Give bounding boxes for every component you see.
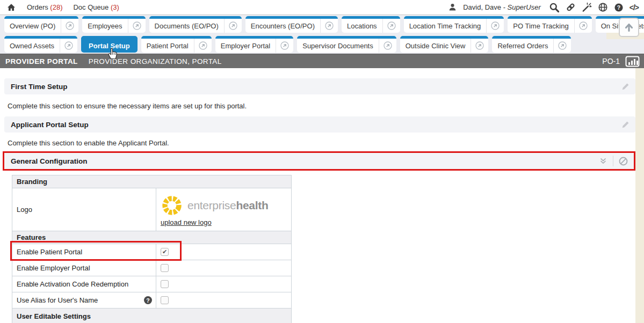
tab-label: Locations: [342, 19, 382, 33]
context-bar-titles: PROVIDER PORTAL PROVIDER ORGANIZATION, P…: [0, 57, 222, 65]
icon-divider: [613, 156, 613, 166]
external-link-icon[interactable]: [128, 19, 146, 33]
disable-icon[interactable]: [618, 156, 628, 166]
section-general-configuration[interactable]: General Configuration: [4, 153, 634, 169]
tab-label: Owned Assets: [4, 39, 60, 53]
record-id: PO-1: [602, 57, 620, 65]
external-link-icon[interactable]: [60, 39, 77, 53]
context-bar-right: PO-1: [602, 56, 644, 67]
use-alias-checkbox[interactable]: [161, 296, 169, 304]
search-icon[interactable]: [549, 2, 560, 13]
section-icons: [598, 156, 628, 166]
external-link-icon[interactable]: [471, 39, 488, 53]
record-title: PROVIDER ORGANIZATION, PORTAL: [89, 57, 222, 65]
external-link-icon[interactable]: [320, 19, 338, 33]
globe-icon[interactable]: [598, 2, 608, 12]
tab-outside-clinic-view[interactable]: Outside Clinic View: [400, 36, 489, 53]
section-first-time-setup[interactable]: First Time Setup: [4, 78, 635, 94]
pencil-icon[interactable]: [621, 82, 630, 91]
chevron-double-down-icon[interactable]: [598, 156, 608, 166]
current-user[interactable]: David, Dave - SuperUser: [463, 3, 541, 11]
company-logo: enterprisehealth: [161, 194, 268, 217]
svg-text:?: ?: [617, 4, 620, 10]
wand-icon[interactable]: [582, 2, 592, 12]
nav-orders-count: (28): [50, 3, 62, 11]
section-applicant-portal-setup[interactable]: Applicant Portal Setup: [4, 116, 635, 133]
feature-label: Enable Patient Portal: [17, 248, 82, 256]
scroll-up-button[interactable]: [619, 18, 639, 37]
external-link-icon[interactable]: [379, 39, 396, 53]
tab-po-time-tracking[interactable]: PO Time Tracking: [508, 16, 591, 33]
logo-word-bold: health: [236, 199, 268, 211]
configuration-table: Branding Logo enterprisehealth upload ne…: [12, 175, 292, 323]
top-bar-right: David, Dave - SuperUser ? </>: [448, 2, 644, 13]
tab-label: PO Time Tracking: [508, 19, 574, 33]
tab-employer-portal[interactable]: Employer Portal: [215, 36, 293, 53]
tab-referred-orders[interactable]: Referred Orders: [492, 36, 571, 53]
tab-documents-eo-po[interactable]: Documents (EO/PO): [149, 16, 242, 33]
tab-label: Patient Portal: [141, 39, 194, 53]
help-icon[interactable]: ?: [614, 3, 624, 12]
feature-label: Use Alias for User's Name: [17, 296, 98, 304]
section-description: Complete this section to ensure the nece…: [8, 102, 635, 110]
enable-activation-code-redemption-checkbox[interactable]: [161, 280, 169, 288]
tab-encounters-eo-po[interactable]: Encounters (EO/PO): [245, 16, 338, 33]
external-link-icon[interactable]: [553, 39, 571, 53]
tab-portal-setup[interactable]: Portal Setup: [81, 36, 138, 53]
features-header: Features: [12, 231, 291, 244]
link-icon[interactable]: [566, 2, 576, 12]
tab-locations[interactable]: Locations: [342, 16, 400, 33]
tab-label: Documents (EO/PO): [149, 19, 224, 33]
section-title: Applicant Portal Setup: [11, 121, 89, 129]
tab-row-1: Overview (PO)EmployeesDocuments (EO/PO)E…: [0, 15, 644, 33]
external-link-icon[interactable]: [194, 39, 212, 53]
feature-row-enable-patient-portal: Enable Patient Portal: [12, 244, 291, 260]
logo-ring-icon: [161, 194, 183, 217]
home-icon[interactable]: [6, 3, 16, 12]
enable-patient-portal-checkbox[interactable]: [161, 248, 169, 256]
logo-word-light: enterprise: [187, 199, 236, 211]
external-link-icon[interactable]: [276, 39, 293, 53]
feature-label: Enable Employer Portal: [17, 264, 90, 272]
tab-band: Overview (PO)EmployeesDocuments (EO/PO)E…: [0, 15, 644, 54]
tab-employees[interactable]: Employees: [82, 16, 145, 33]
tab-location-time-tracking[interactable]: Location Time Tracking: [404, 16, 504, 33]
tab-patient-portal[interactable]: Patient Portal: [141, 36, 212, 53]
right-margin-strip: [635, 68, 644, 323]
tab-label: Portal Setup: [81, 39, 138, 53]
nav-doc-queue[interactable]: Doc Queue (3): [73, 3, 119, 11]
pencil-icon[interactable]: [621, 120, 630, 129]
tab-label: Location Time Tracking: [404, 19, 487, 33]
tab-label: Employees: [82, 19, 127, 33]
nav-doc-queue-label: Doc Queue: [73, 3, 108, 11]
tab-row-2: Owned AssetsPortal SetupPatient PortalEm…: [0, 33, 644, 53]
external-link-icon[interactable]: [61, 19, 78, 33]
bar-chart-icon[interactable]: [625, 56, 640, 67]
field-help-icon[interactable]: [144, 296, 152, 304]
user-icon: [448, 3, 457, 12]
external-link-icon[interactable]: [574, 19, 592, 33]
tab-overview-po[interactable]: Overview (PO): [4, 16, 78, 33]
nav-orders-label: Orders: [27, 3, 48, 11]
main-content: First Time Setup Complete this section t…: [0, 68, 635, 323]
code-icon[interactable]: </>: [629, 3, 639, 12]
external-link-icon[interactable]: [382, 19, 400, 33]
section-title: General Configuration: [11, 157, 88, 165]
tab-supervisor-documents[interactable]: Supervisor Documents: [297, 36, 396, 53]
feature-row-enable-activation-code-redemption: Enable Activation Code Redemption: [12, 276, 291, 292]
logo-wordmark: enterprisehealth: [187, 199, 268, 212]
logo-cell: enterprisehealth upload new logo: [156, 188, 291, 231]
nav-orders[interactable]: Orders (28): [27, 3, 62, 11]
user-editable-settings-header: User Editable Settings: [12, 309, 291, 323]
external-link-icon[interactable]: [224, 19, 242, 33]
user-name-text: David, Dave -: [463, 3, 505, 11]
tab-label: Encounters (EO/PO): [245, 19, 320, 33]
tab-owned-assets[interactable]: Owned Assets: [4, 36, 77, 53]
tab-label: Supervisor Documents: [297, 39, 379, 53]
enable-employer-portal-checkbox[interactable]: [161, 264, 169, 272]
external-link-icon[interactable]: [486, 19, 504, 33]
section-title: First Time Setup: [11, 83, 68, 91]
arrow-up-icon: [624, 22, 634, 33]
upload-new-logo-link[interactable]: upload new logo: [161, 218, 212, 226]
user-role: SuperUser: [508, 3, 541, 11]
